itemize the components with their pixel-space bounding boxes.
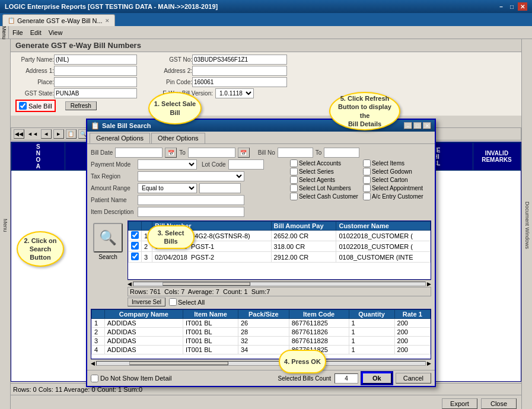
cb-ac-entry[interactable]: A/c Entry Customer xyxy=(363,193,431,200)
party-name-input[interactable] xyxy=(54,55,137,65)
close-button[interactable]: Close xyxy=(481,398,517,409)
cb-select-items[interactable]: Select Items xyxy=(363,159,431,167)
dialog-close[interactable]: ✕ xyxy=(423,122,431,129)
bills-th-customer: Customer Name xyxy=(336,222,431,231)
address2-input[interactable] xyxy=(192,66,287,76)
dialog-maximize[interactable]: □ xyxy=(413,122,422,129)
cal-btn-to[interactable]: 📅 xyxy=(238,148,250,158)
title-bar: LOGIC Enterprise Reports [GST TESTING DA… xyxy=(0,0,532,13)
show-item-checkbox-label[interactable]: Do Not Show Item Detail xyxy=(91,375,171,382)
bill-no-from[interactable] xyxy=(278,148,313,158)
ok-button[interactable]: Ok xyxy=(362,372,392,384)
tab-general-options[interactable]: General Options xyxy=(90,133,150,143)
bills-table-area: Bill Number Bill Amount Pay Customer Nam… xyxy=(128,221,431,280)
show-item-label: Do Not Show Item Detail xyxy=(100,375,171,382)
table-row[interactable]: 2ADDIDASIT001 BL2886776118261200 xyxy=(92,328,431,337)
cb-select-appt[interactable]: Select Appointment xyxy=(363,184,431,192)
search-magnifier-icon: 🔍 xyxy=(99,229,117,246)
search-button[interactable]: 🔍 xyxy=(93,223,123,253)
dialog-title-text: Sale Bill Search xyxy=(102,122,404,129)
menu-sidebar[interactable]: Menu xyxy=(0,26,9,39)
refresh-button[interactable]: Refresh xyxy=(65,101,97,110)
sale-bill-text: Sale Bill xyxy=(28,103,52,110)
address1-input[interactable] xyxy=(54,66,137,76)
tab-bar: 📋 Generate GST e-Way Bill N... ✕ xyxy=(0,13,532,26)
menu-item[interactable]: View xyxy=(45,28,66,37)
table-row[interactable]: 3 02/04/2018 PGST-2 2912.00 CR 0108_CUST… xyxy=(129,252,431,263)
gst-no-input[interactable] xyxy=(192,55,287,65)
eway-version-select[interactable]: 1.0.1118 xyxy=(215,88,254,98)
lot-code-input[interactable] xyxy=(228,159,264,170)
cb-select-godown[interactable]: Select Godown xyxy=(363,168,431,175)
bill-no-to[interactable] xyxy=(324,148,359,158)
minimize-btn[interactable]: – xyxy=(496,2,506,11)
menu-item[interactable]: File xyxy=(9,28,27,37)
items-th-num xyxy=(92,310,105,319)
item-desc-input[interactable] xyxy=(138,207,244,217)
tb-prev[interactable]: ◄ xyxy=(41,129,52,139)
main-form: Party Name: GST No: Address 1: Address 2… xyxy=(11,52,521,116)
sale-bill-checkbox[interactable] xyxy=(19,102,27,110)
cancel-button[interactable]: Cancel xyxy=(396,373,431,384)
tab-other-options[interactable]: Other Options xyxy=(151,133,205,143)
amount-range-input[interactable] xyxy=(199,183,241,193)
table-row[interactable]: 4ADDIDASIT001 BL3486776118251200 xyxy=(92,346,431,354)
patient-name-input[interactable] xyxy=(138,195,244,205)
amount-range-select[interactable]: Equal to xyxy=(138,183,197,193)
dialog-icon: 📋 xyxy=(91,122,100,130)
col-invalid: INVALIDREMARKS xyxy=(473,143,521,171)
maximize-btn[interactable]: □ xyxy=(507,2,517,11)
tb-copy[interactable]: 📋 xyxy=(66,129,77,139)
export-button[interactable]: Export xyxy=(442,398,477,409)
gst-state-input[interactable] xyxy=(54,88,137,98)
dialog-bottom: Do Not Show Item Detail Selected Bills C… xyxy=(87,370,435,386)
dialog-content: Bill Date 📅 To 📅 Bill No To Payment Mode… xyxy=(87,144,435,370)
col-sno: SNOA xyxy=(12,143,65,171)
tb-next[interactable]: ► xyxy=(53,129,64,139)
cb-select-series[interactable]: Select Series xyxy=(290,168,358,175)
bills-scrollbar[interactable]: ◀ ▶ xyxy=(128,280,431,287)
tab-close-btn[interactable]: ✕ xyxy=(105,18,110,24)
table-row[interactable]: 2 02/04/2018 PGST-1 318.00 CR 01022018_C… xyxy=(129,241,431,252)
bills-th-amount: Bill Amount Pay xyxy=(271,222,336,231)
show-item-checkbox[interactable] xyxy=(91,375,98,382)
pin-code-label: Pin Code: xyxy=(154,79,192,85)
items-scrollbar[interactable]: ◀ ▶ xyxy=(91,359,431,366)
window-close-btn[interactable]: ✕ xyxy=(518,2,527,11)
pin-code-input[interactable] xyxy=(192,77,287,87)
place-input[interactable] xyxy=(54,77,137,87)
right-sidebar[interactable]: Document Windows xyxy=(521,39,532,409)
inverse-sel-button[interactable]: Inverse Sel xyxy=(128,298,165,306)
payment-mode-select[interactable] xyxy=(138,159,197,170)
cal-btn-from[interactable]: 📅 xyxy=(165,148,177,158)
sale-bill-checkbox-label[interactable]: Sale Bill xyxy=(15,100,56,112)
bill-date-to[interactable] xyxy=(188,148,235,158)
tb-arrow-left[interactable]: ◄◄ xyxy=(26,131,39,137)
table-row[interactable]: 1 01/04/2018 04G2-8(GSTNSR-8) 2652.00 CR… xyxy=(129,231,431,241)
table-row[interactable]: 1ADDIDASIT001 BL2686776118251200 xyxy=(92,319,431,328)
cb-select-carton[interactable]: Select Carton xyxy=(363,176,431,184)
bill-date-from[interactable] xyxy=(115,148,163,158)
tax-region-select[interactable] xyxy=(138,171,244,181)
patient-name-label: Patient Name xyxy=(91,197,135,203)
select-all-label[interactable]: Select All xyxy=(169,298,205,306)
cb-select-accounts[interactable]: Select Accounts xyxy=(290,159,358,167)
cb-select-lot[interactable]: Select Lot Numbers xyxy=(290,184,358,192)
cb-select-agents[interactable]: Select Agents xyxy=(290,176,358,184)
tab-generate-gst[interactable]: 📋 Generate GST e-Way Bill N... ✕ xyxy=(2,14,115,26)
bills-stats: Rows: 761 Cols: 7 Average: 7 Count: 1 Su… xyxy=(130,288,270,295)
tb-first[interactable]: ◀◀ xyxy=(14,129,24,139)
amount-range-label: Amount Range xyxy=(91,185,135,191)
table-row[interactable]: 3ADDIDASIT001 BL3286776118281200 xyxy=(92,337,431,346)
bills-table: Bill Number Bill Amount Pay Customer Nam… xyxy=(128,221,431,263)
selected-bills-count: 4 xyxy=(335,373,358,384)
bills-th-num xyxy=(142,222,152,231)
items-th-pack: Pack/Size xyxy=(238,310,289,319)
menu-item[interactable]: Edit xyxy=(27,28,45,37)
items-th-code: Item Code xyxy=(289,310,349,319)
left-sidebar[interactable]: Menu xyxy=(0,39,11,409)
search-dialog[interactable]: 📋 Sale Bill Search – □ ✕ General Options… xyxy=(86,119,436,387)
cb-select-cash[interactable]: Select Cash Customer xyxy=(290,193,358,200)
tax-region-label: Tax Region xyxy=(91,173,135,180)
dialog-minimize[interactable]: – xyxy=(404,122,412,129)
